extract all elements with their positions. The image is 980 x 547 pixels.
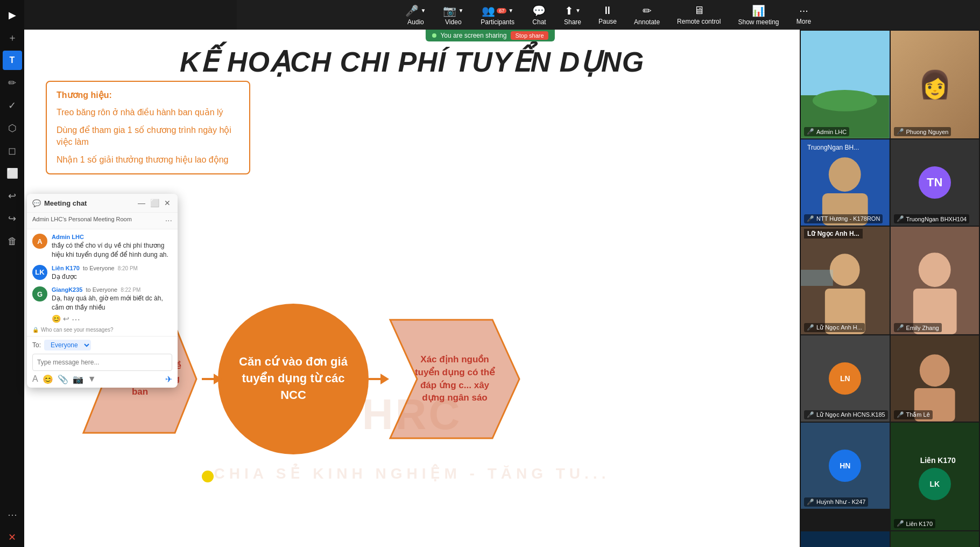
chat-to-row: To: Everyone <box>32 340 172 350</box>
chat-close-button[interactable]: ✕ <box>163 198 172 208</box>
chat-msg-header-0: Admin LHC <box>52 234 172 240</box>
tham-le-mic-icon: 🎤 <box>897 411 904 418</box>
bullet-2: Treo băng rôn ở nhà điều hành ban quản l… <box>57 107 239 118</box>
lien-k170-b-bg: LK <box>891 531 979 547</box>
react-reply-btn[interactable]: ↩ <box>63 314 69 324</box>
sidebar-icon-t[interactable]: T <box>3 51 22 70</box>
chat-expand-button[interactable]: ⬜ <box>150 198 159 208</box>
svg-point-4 <box>829 157 861 192</box>
react-emoji-btn[interactable]: 😊 <box>52 314 61 324</box>
chat-sender-0: Admin LHC <box>52 234 84 240</box>
chat-time-2: 8:22 PM <box>121 287 140 293</box>
chat-to-label: To: <box>32 341 41 349</box>
participants-button[interactable]: 👥 67 ▼ Participants <box>472 0 523 30</box>
hai-van-bg: Hai Văn - Công t... HV <box>801 531 890 547</box>
participant-tile-huynh-nhu: HN 🎤 Huỳnh Như - K247 <box>801 423 890 509</box>
chat-message-0: A Admin LHC thầy có thể cho ví dụ về chi… <box>32 234 172 260</box>
stop-share-button[interactable]: Stop share <box>511 31 548 40</box>
lu-hcns-name: 🎤 Lữ Ngọc Anh HCNS.K185 <box>804 410 888 419</box>
chat-sender-2: GiangK235 <box>52 286 82 293</box>
lien-k170-mic-icon: 🎤 <box>897 520 904 527</box>
sidebar-icon-format[interactable]: ⬜ <box>3 164 22 183</box>
react-more-btn[interactable]: ⋯ <box>72 314 80 324</box>
sidebar-icon-close[interactable]: ✕ <box>3 528 22 547</box>
participant-tile-truongngan: TN 🎤 TruongNgan BHXH104 <box>891 139 979 226</box>
chat-to-select[interactable]: Everyone <box>44 340 91 350</box>
chat-time-1: 8:20 PM <box>118 265 138 271</box>
ntt-mic-icon: 🎤 <box>807 215 814 222</box>
screen-share-text: You are screen sharing <box>440 32 506 39</box>
chat-msg-content-0: Admin LHC thầy có thể cho ví dụ về chi p… <box>52 234 172 260</box>
annotate-label: Annotate <box>634 18 660 26</box>
video-button[interactable]: 📷 ▼ Video <box>434 0 472 30</box>
chat-message-input[interactable] <box>32 354 172 371</box>
chat-reactions-2: 😊 ↩ ⋯ <box>52 314 172 324</box>
chat-more-tools-icon[interactable]: ▼ <box>88 374 96 384</box>
chat-send-button[interactable]: ✈ <box>165 374 172 384</box>
pause-button[interactable]: ⏸ Pause <box>590 0 625 30</box>
sidebar-icon-pencil[interactable]: ✏ <box>3 73 22 93</box>
sidebar-icon-shapes[interactable]: ⬡ <box>3 118 22 138</box>
participant-tile-hai-van-large: Hai Văn - Công t... HV 🎤 Hai Văn - Công … <box>801 531 890 547</box>
chat-minimize-button[interactable]: — <box>137 198 146 208</box>
lu-hcns-avatar: LN <box>829 362 861 395</box>
chat-msg-text-2: Dạ, hay quá àh, giờ em mới biết dc àh, c… <box>52 294 172 312</box>
annotate-button[interactable]: ✏ Annotate <box>625 0 668 30</box>
share-button[interactable]: ⬆ ▼ Share <box>555 0 590 30</box>
left-sidebar: ▶ ＋ T ✏ ✓ ⬡ ◻ ⬜ ↩ ↪ 🗑 ⋯ ✕ <box>0 0 24 547</box>
truongngan-name: 🎤 TruongNgan BHXH104 <box>894 214 970 223</box>
chat-more-options[interactable]: ··· <box>165 216 172 226</box>
chat-attachment-icon[interactable]: 📎 <box>58 374 68 384</box>
participant-tile-phuong: 👩 🎤 Phuong Nguyen <box>891 31 979 138</box>
sidebar-icon-more-vert[interactable]: ⋯ <box>3 505 22 524</box>
video-icon: 📷 ▼ <box>443 4 463 17</box>
sidebar-icon-eraser[interactable]: ◻ <box>3 141 22 160</box>
sidebar-icon-undo[interactable]: ↩ <box>3 186 22 206</box>
sidebar-icon-trash[interactable]: 🗑 <box>3 232 22 251</box>
chat-messages-container: A Admin LHC thầy có thể cho ví dụ về chi… <box>27 229 178 324</box>
svg-point-2 <box>813 90 877 111</box>
more-button[interactable]: ··· More <box>788 0 820 30</box>
participants-icon: 👥 67 ▼ <box>482 4 513 17</box>
admin-lhc-video-bg <box>801 31 890 138</box>
huynh-nhu-bg: HN <box>801 423 890 509</box>
lu-ngoc-bg <box>801 227 890 334</box>
bullet-1: Thương hiệu: <box>57 89 239 101</box>
lu-ngoc-name: 🎤 Lữ Ngọc Anh H... <box>804 323 865 332</box>
sidebar-icon-plus[interactable]: ＋ <box>3 28 22 47</box>
chat-format-icon[interactable]: A <box>32 374 38 384</box>
sidebar-icon-redo[interactable]: ↪ <box>3 209 22 228</box>
chat-msg-header-1: Liên K170 to Everyone 8:20 PM <box>52 265 172 271</box>
chat-msg-content-2: GiangK235 to Everyone 8:22 PM Dạ, hay qu… <box>52 286 172 324</box>
lien-k170-name: 🎤 Liên K170 <box>894 519 936 528</box>
chat-screenshot-icon[interactable]: 📷 <box>73 374 83 384</box>
chat-button[interactable]: 💬 Chat <box>523 0 555 30</box>
participant-tile-admin-lhc: 🎤 Admin LHC <box>801 31 890 138</box>
lien-k170-bg: Liên K170 LK <box>891 423 979 530</box>
remote-control-button[interactable]: 🖥 Remote control <box>668 0 729 30</box>
more-label: More <box>796 18 811 25</box>
chat-emoji-icon[interactable]: 😊 <box>43 374 53 384</box>
participant-tile-lien-k170-large: Liên K170 LK 🎤 Liên K170 <box>891 423 979 530</box>
audio-button[interactable]: 🎤 ▼ Audio <box>397 0 434 30</box>
chat-header-title: 💬 Meeting chat <box>32 199 87 207</box>
chat-message-2: G GiangK235 to Everyone 8:22 PM Dạ, hay … <box>32 286 172 324</box>
show-meeting-button[interactable]: 📊 Show meeting <box>729 0 787 30</box>
sidebar-icon-share[interactable]: ▶ <box>3 5 22 25</box>
chat-msg-content-1: Liên K170 to Everyone 8:20 PM Dạ được <box>52 265 172 282</box>
flow-text-2: Căn cứ vào đơn giá tuyển dụng từ các NCC <box>218 338 369 419</box>
chat-icon-header: 💬 <box>32 199 41 207</box>
truongngan-label: TruongNgan BH... <box>804 142 862 153</box>
audio-label: Audio <box>407 18 424 26</box>
share-icon: ⬆ ▼ <box>565 4 581 17</box>
participant-tile-tham-le: 🎤 Thắm Lê <box>891 335 979 422</box>
sidebar-icon-check[interactable]: ✓ <box>3 96 22 115</box>
svg-point-7 <box>830 254 860 286</box>
phuong-name: 🎤 Phuong Nguyen <box>894 127 951 136</box>
slide-title: KẾ HOẠCH CHI PHÍ TUYỂN DỤNG <box>24 30 800 78</box>
chat-header-controls: — ⬜ ✕ <box>137 198 172 208</box>
chat-recipient-1: to Everyone <box>83 265 115 271</box>
share-label: Share <box>564 18 581 26</box>
tham-le-video-sim <box>891 335 979 422</box>
remote-control-icon: 🖥 <box>694 4 704 17</box>
